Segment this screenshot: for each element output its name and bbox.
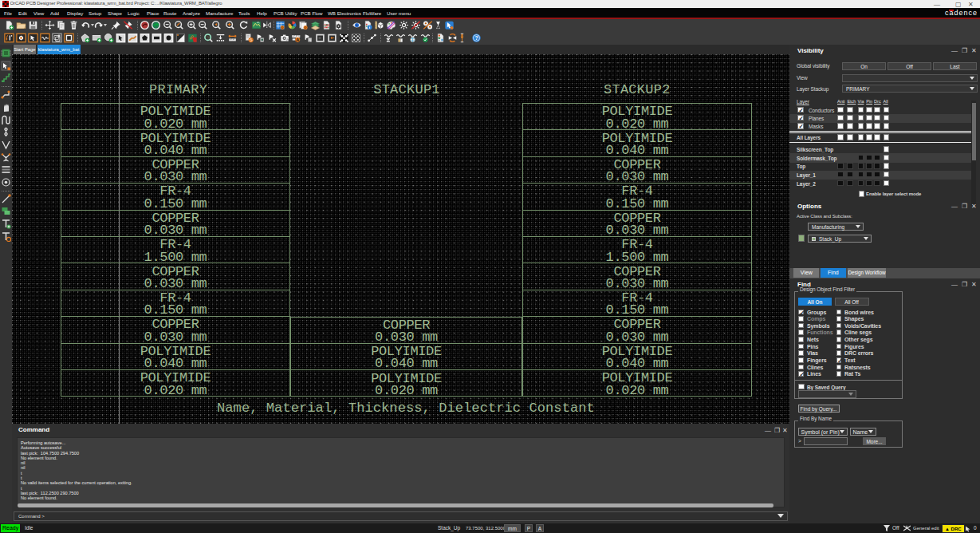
svg-text:A: A: [296, 38, 299, 42]
svg-text:?: ?: [474, 35, 478, 41]
